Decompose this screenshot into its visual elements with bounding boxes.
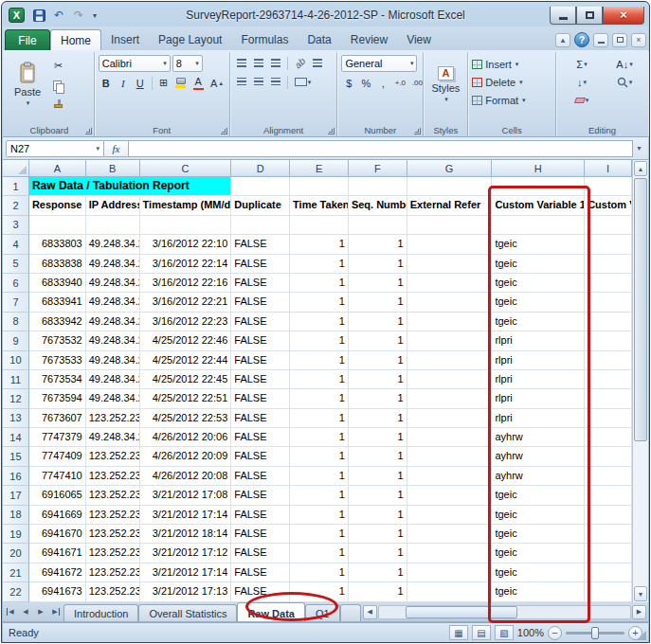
- decrease-decimal-button[interactable]: .00: [409, 75, 425, 91]
- cell-G3[interactable]: [407, 216, 493, 235]
- sort-filter-button[interactable]: A↓▾: [604, 56, 645, 72]
- resize-grip-icon[interactable]: [637, 631, 646, 640]
- cell-F1[interactable]: [349, 177, 407, 196]
- row-header-2[interactable]: 2: [3, 196, 29, 215]
- cell-F17[interactable]: 1: [349, 486, 407, 505]
- row-header-8[interactable]: 8: [3, 313, 29, 331]
- cell-C3[interactable]: [140, 216, 232, 235]
- cell-A20[interactable]: 6941671: [29, 544, 86, 563]
- cell-E5[interactable]: 1: [290, 255, 349, 274]
- row-header-6[interactable]: 6: [3, 274, 29, 293]
- cell-I17[interactable]: [585, 486, 632, 505]
- cell-E12[interactable]: 1: [290, 389, 349, 408]
- italic-button[interactable]: I: [116, 75, 131, 91]
- number-dialog-launcher-icon[interactable]: [414, 128, 421, 134]
- align-top-button[interactable]: [234, 55, 249, 71]
- align-left-button[interactable]: [234, 74, 249, 90]
- cell-G21[interactable]: [407, 564, 493, 582]
- cell-G7[interactable]: [407, 293, 493, 312]
- cell-B8[interactable]: 49.248.34.202: [86, 313, 140, 331]
- scroll-down-icon[interactable]: ▼: [634, 586, 647, 601]
- cell-F2[interactable]: Seq. Number: [349, 196, 407, 215]
- cell-E13[interactable]: 1: [290, 409, 349, 428]
- vertical-scrollbar[interactable]: ▲ ▼: [632, 160, 648, 602]
- row-header-13[interactable]: 13: [3, 409, 29, 428]
- horizontal-scroll-thumb[interactable]: [406, 606, 517, 618]
- page-break-view-button[interactable]: ▧: [495, 625, 514, 640]
- cell-C15[interactable]: 4/26/2012 20:09: [140, 447, 232, 466]
- cell-H4[interactable]: tgeic: [492, 235, 585, 254]
- cell-I15[interactable]: [585, 447, 632, 466]
- cell-A16[interactable]: 7747410: [29, 467, 86, 486]
- cell-E22[interactable]: 1: [290, 582, 349, 601]
- row-header-7[interactable]: 7: [3, 293, 29, 312]
- tab-data[interactable]: Data: [298, 29, 340, 50]
- cell-H1[interactable]: [492, 177, 585, 196]
- cell-F22[interactable]: 1: [349, 582, 407, 601]
- align-bottom-button[interactable]: [268, 55, 283, 71]
- sheet-tab-introduction[interactable]: Introduction: [63, 604, 138, 621]
- row-header-14[interactable]: 14: [3, 428, 29, 447]
- cell-D22[interactable]: FALSE: [231, 582, 290, 601]
- cell-A4[interactable]: 6833803: [29, 235, 86, 254]
- cell-A2[interactable]: Response ID: [29, 196, 86, 215]
- redo-icon[interactable]: ↷: [70, 8, 87, 24]
- cell-C16[interactable]: 4/26/2012 20:08: [140, 467, 232, 486]
- cell-B22[interactable]: 123.252.239.2: [86, 582, 140, 601]
- cell-G10[interactable]: [407, 351, 493, 370]
- merge-center-button[interactable]: ▾: [292, 74, 315, 90]
- cell-A18[interactable]: 6941669: [29, 506, 86, 525]
- cell-C20[interactable]: 3/21/2012 17:12: [140, 544, 232, 563]
- cell-H22[interactable]: tgeic: [492, 582, 585, 601]
- workbook-close-button[interactable]: ×: [631, 33, 646, 47]
- collapse-ribbon-icon[interactable]: ▴: [555, 33, 570, 47]
- cell-B15[interactable]: 123.252.239.2: [86, 447, 140, 466]
- formula-input[interactable]: [129, 140, 633, 157]
- cell-B13[interactable]: 123.252.239.2: [86, 409, 140, 428]
- cell-B11[interactable]: 49.248.34.202: [86, 370, 140, 389]
- cell-F11[interactable]: 1: [349, 370, 407, 389]
- cell-H3[interactable]: [492, 216, 585, 235]
- formula-bar-expand-icon[interactable]: ▼: [633, 140, 645, 157]
- zoom-slider-thumb[interactable]: [591, 627, 599, 639]
- increase-decimal-button[interactable]: +.0: [392, 75, 407, 91]
- row-header-21[interactable]: 21: [3, 564, 29, 582]
- cell-I1[interactable]: [585, 177, 632, 196]
- column-header-I[interactable]: I: [585, 160, 632, 177]
- cell-I5[interactable]: [585, 255, 632, 274]
- cell-G15[interactable]: [407, 447, 493, 466]
- delete-cells-button[interactable]: Delete ▾: [472, 73, 552, 91]
- cell-I16[interactable]: [585, 467, 632, 486]
- number-format-select[interactable]: General ▾: [341, 55, 417, 72]
- cell-C4[interactable]: 3/16/2012 22:10: [140, 235, 232, 254]
- fill-button[interactable]: ↓▾: [560, 74, 604, 90]
- row-header-4[interactable]: 4: [3, 235, 29, 254]
- cell-B7[interactable]: 49.248.34.202: [86, 293, 140, 312]
- cell-H17[interactable]: tgeic: [492, 486, 585, 505]
- cell-C5[interactable]: 3/16/2012 22:14: [140, 255, 232, 274]
- cell-D7[interactable]: FALSE: [231, 293, 290, 312]
- cell-A17[interactable]: 6916065: [29, 486, 86, 505]
- align-center-button[interactable]: [251, 74, 266, 90]
- cell-I2[interactable]: Custom V: [585, 196, 632, 215]
- cell-E8[interactable]: 1: [290, 313, 349, 331]
- column-header-D[interactable]: D: [231, 160, 290, 177]
- cell-H7[interactable]: tgeic: [492, 293, 585, 312]
- cell-H2[interactable]: Custom Variable 1: [492, 196, 585, 215]
- cell-H19[interactable]: tgeic: [492, 525, 585, 544]
- cell-B3[interactable]: [86, 216, 140, 235]
- column-header-G[interactable]: G: [407, 160, 493, 177]
- sheet-tab-q1[interactable]: Q1: [305, 604, 340, 621]
- insert-worksheet-tab[interactable]: [340, 604, 361, 621]
- wrap-text-button[interactable]: [310, 55, 325, 71]
- cell-C6[interactable]: 3/16/2012 22:16: [140, 274, 232, 293]
- align-middle-button[interactable]: [251, 55, 266, 71]
- cell-H12[interactable]: rlpri: [492, 389, 585, 408]
- cell-I8[interactable]: [585, 313, 632, 331]
- cell-D11[interactable]: FALSE: [231, 370, 290, 389]
- cell-C11[interactable]: 4/25/2012 22:45: [140, 370, 232, 389]
- cell-D18[interactable]: FALSE: [231, 506, 290, 525]
- fill-color-button[interactable]: [173, 75, 189, 91]
- column-header-B[interactable]: B: [86, 160, 140, 177]
- cell-F6[interactable]: 1: [349, 274, 407, 293]
